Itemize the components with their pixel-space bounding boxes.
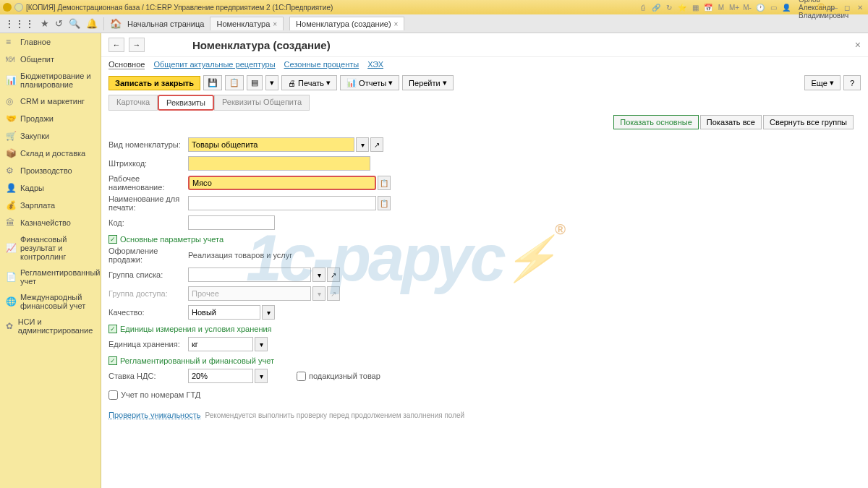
close-tab-icon[interactable]: ×: [394, 20, 399, 28]
group-open-icon[interactable]: ↗: [327, 267, 340, 282]
more-button[interactable]: Еще ▾: [804, 75, 840, 90]
help-button[interactable]: ?: [843, 75, 861, 90]
show-all-button[interactable]: Показать все: [700, 115, 762, 129]
user-icon: 👤: [781, 4, 791, 12]
collapse-button[interactable]: Свернуть все группы: [763, 115, 854, 129]
sidebar-item-production[interactable]: ⚙Производство: [0, 162, 101, 179]
print-icon[interactable]: ⎙: [638, 4, 648, 12]
dropdown-button[interactable]: ▾: [265, 75, 278, 90]
tab-nomenclature-create[interactable]: Номенклатура (создание) ×: [289, 17, 404, 30]
workname-input[interactable]: [188, 176, 376, 190]
tab-card[interactable]: Карточка: [109, 95, 158, 111]
subnav: Основное Общепит актуальные рецептуры Се…: [101, 57, 868, 72]
goto-button[interactable]: Перейти ▾: [402, 75, 454, 90]
type-dropdown-icon[interactable]: ▾: [356, 137, 369, 152]
history-icon[interactable]: ↺: [55, 18, 63, 29]
app-icon-2: [14, 3, 23, 12]
chart-icon: 📊: [6, 75, 16, 85]
copy-button[interactable]: 📋: [225, 75, 244, 90]
check-icon: ✓: [109, 325, 117, 333]
apps-grid-icon[interactable]: ⋮⋮⋮: [4, 18, 35, 30]
user-name[interactable]: Орлов Александр Владимирович: [799, 0, 809, 20]
type-open-icon[interactable]: ↗: [370, 137, 383, 152]
barcode-input[interactable]: [188, 156, 370, 171]
maximize-icon[interactable]: ◻: [842, 4, 852, 12]
tab-nomenclature[interactable]: Номенклатура ×: [210, 17, 284, 30]
group-input[interactable]: [188, 267, 311, 282]
section-finance[interactable]: ✓ Регламентированный и финансовый учет: [109, 356, 861, 365]
clock-icon[interactable]: 🕐: [755, 4, 765, 12]
show-main-button[interactable]: Показать основные: [613, 115, 699, 129]
m-icon[interactable]: M: [716, 4, 726, 12]
sidebar-label: Склад и доставка: [20, 149, 85, 158]
sidebar-item-warehouse[interactable]: 📦Склад и доставка: [0, 145, 101, 162]
sidebar-item-reglament[interactable]: 📄Регламентированный учет: [0, 265, 101, 289]
home-tab[interactable]: Начальная страница: [127, 20, 204, 28]
group-dropdown-icon[interactable]: ▾: [312, 267, 326, 282]
list-button[interactable]: ▤: [247, 75, 263, 90]
sale-value: Реализация товаров и услуг: [188, 251, 292, 260]
save-close-button[interactable]: Записать и закрыть: [109, 76, 200, 90]
sidebar-item-sales[interactable]: 🤝Продажи: [0, 110, 101, 127]
printname-action-icon[interactable]: 📋: [378, 196, 391, 210]
star-icon[interactable]: ★: [41, 18, 49, 29]
close-tab-icon[interactable]: ×: [273, 20, 277, 28]
search-icon[interactable]: 🔍: [69, 18, 80, 29]
link-icon[interactable]: 🔗: [651, 4, 661, 12]
tab-props[interactable]: Реквизиты: [158, 95, 214, 111]
reports-button[interactable]: 📊 Отчеты ▾: [340, 75, 399, 90]
sidebar-item-catering[interactable]: 🍽Общепит: [0, 51, 101, 68]
section-units[interactable]: ✓ Единицы измерения и условия хранения: [109, 325, 861, 333]
sidebar-item-finance[interactable]: 📈Финансовый результат и контроллинг: [0, 231, 101, 265]
save-button[interactable]: 💾: [203, 75, 222, 90]
forward-button[interactable]: →: [129, 38, 145, 52]
sidebar-item-treasury[interactable]: 🏛Казначейство: [0, 214, 101, 231]
sidebar-item-purchase[interactable]: 🛒Закупки: [0, 127, 101, 145]
vat-input[interactable]: [188, 369, 253, 383]
close-page-icon[interactable]: ×: [855, 39, 861, 51]
book-icon[interactable]: ▭: [768, 4, 778, 12]
tab-catering-props[interactable]: Реквизиты Общепита: [214, 95, 310, 111]
section-label: Единицы измерения и условия хранения: [120, 325, 272, 333]
form-body: Вид номенклатуры: ▾ ↗ Штрихкод: Рабочее …: [101, 132, 868, 430]
section-accounting[interactable]: ✓ Основные параметры учета: [109, 235, 861, 244]
unit-input[interactable]: [188, 337, 253, 351]
quality-input[interactable]: [188, 305, 260, 320]
vat-dropdown-icon[interactable]: ▾: [255, 369, 268, 383]
gear-icon: ⚙: [6, 166, 16, 176]
subnav-xex[interactable]: ХЭХ: [367, 60, 383, 69]
refresh-icon[interactable]: ↻: [664, 4, 674, 12]
print-button[interactable]: 🖨 Печать ▾: [281, 75, 337, 90]
sidebar-item-main[interactable]: ≡Главное: [0, 33, 101, 51]
gtd-checkbox[interactable]: [109, 390, 118, 400]
m-minus-icon[interactable]: M-: [742, 4, 752, 12]
workname-action-icon[interactable]: 📋: [378, 176, 391, 190]
code-input[interactable]: [188, 215, 275, 230]
minimize-icon[interactable]: —: [829, 4, 839, 12]
bell-icon[interactable]: 🔔: [86, 18, 98, 29]
info-icon[interactable]: ⓘ: [816, 2, 826, 12]
subnav-recipes[interactable]: Общепит актуальные рецептуры: [153, 60, 275, 69]
m-plus-icon[interactable]: M+: [729, 4, 739, 12]
close-window-icon[interactable]: ✕: [855, 4, 865, 12]
check-unique-link[interactable]: Проверить уникальность: [109, 411, 201, 419]
home-icon[interactable]: 🏠: [110, 18, 122, 29]
unit-dropdown-icon[interactable]: ▾: [255, 337, 268, 351]
type-input[interactable]: [188, 137, 354, 152]
back-button[interactable]: ←: [109, 38, 124, 52]
sidebar-item-crm[interactable]: ◎CRM и маркетинг: [0, 93, 101, 110]
printname-input[interactable]: [188, 196, 376, 210]
subnav-main[interactable]: Основное: [109, 60, 145, 69]
sidebar-item-admin[interactable]: ✿НСИ и администрирование: [0, 314, 101, 338]
sidebar-item-hr[interactable]: 👤Кадры: [0, 179, 101, 197]
sidebar-item-salary[interactable]: 💰Зарплата: [0, 197, 101, 214]
sidebar-item-intl[interactable]: 🌐Международный финансовый учет: [0, 289, 101, 314]
subnav-seasonal[interactable]: Сезонные проценты: [284, 60, 359, 69]
cal-icon[interactable]: 📅: [703, 4, 713, 12]
sidebar-item-budget[interactable]: 📊Бюджетирование и планирование: [0, 68, 101, 93]
fav-icon[interactable]: ⭐: [677, 4, 687, 12]
quality-dropdown-icon[interactable]: ▾: [262, 305, 275, 320]
vat-label: Ставка НДС:: [109, 372, 188, 380]
calc-icon[interactable]: ▦: [690, 4, 700, 12]
excise-checkbox[interactable]: [297, 372, 306, 381]
